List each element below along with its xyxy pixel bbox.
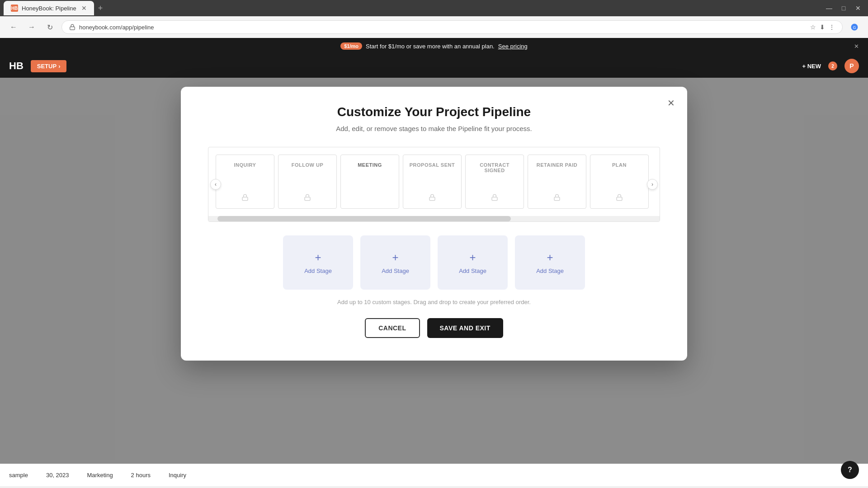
bottom-col1: sample [9, 472, 28, 479]
new-tab-button[interactable]: + [94, 2, 107, 14]
stage-lock-icon [304, 194, 311, 203]
svg-rect-6 [492, 197, 497, 200]
stage-name: PROPOSAL SENT [410, 162, 455, 168]
stage-name: RETAINER PAID [537, 162, 577, 168]
google-logo: G [850, 23, 859, 31]
stage-card-follow-up[interactable]: FOLLOW UP [278, 155, 337, 209]
window-controls: — □ ✕ [823, 2, 864, 14]
lock-icon [69, 24, 75, 30]
stages-track: INQUIRYFOLLOW UPMEETINGPROPOSAL SENTCONT… [208, 147, 660, 216]
add-stage-plus-icon: + [392, 251, 398, 264]
browser-actions: G [848, 21, 861, 33]
modal-subtitle: Add, edit, or remove stages to make the … [208, 125, 660, 132]
stage-name: CONTRACT SIGNED [470, 162, 519, 173]
tab-favicon: HB [11, 5, 18, 12]
stage-name: FOLLOW UP [292, 162, 324, 168]
address-input[interactable]: honeybook.com/app/pipeline ☆ ⬇ ⋮ [61, 20, 843, 34]
address-bar-row: ← → ↻ honeybook.com/app/pipeline ☆ ⬇ ⋮ G [0, 16, 868, 38]
add-stage-card-2[interactable]: +Add Stage [360, 235, 430, 290]
banner-badge: $1/mo [340, 42, 362, 50]
active-tab[interactable]: HB HoneyBook: Pipeline ✕ [4, 1, 94, 15]
bottom-col3: Marketing [87, 472, 113, 479]
maximize-button[interactable]: □ [837, 2, 850, 14]
main-content: ✕ Customize Your Project Pipeline Add, e… [0, 78, 868, 486]
stage-lock-icon [429, 194, 436, 203]
setup-label: SETUP [37, 63, 57, 70]
banner-link[interactable]: See pricing [498, 43, 528, 50]
minimize-button[interactable]: — [823, 2, 835, 14]
add-stage-label: Add Stage [459, 267, 486, 274]
stages-scrollbar[interactable] [208, 216, 660, 221]
modal-title: Customize Your Project Pipeline [208, 105, 660, 119]
notification-badge[interactable]: 2 [828, 61, 837, 70]
star-icon[interactable]: ☆ [810, 23, 816, 31]
setup-arrow-icon: › [58, 63, 60, 70]
stage-lock-icon [241, 194, 249, 203]
stage-name: PLAN [612, 162, 627, 168]
bottom-col5: Inquiry [169, 472, 186, 479]
stages-scroll-inner[interactable]: INQUIRYFOLLOW UPMEETINGPROPOSAL SENTCONT… [208, 147, 660, 216]
hint-text: Add up to 10 custom stages. Drag and dro… [208, 299, 660, 305]
top-banner: $1/mo Start for $1/mo or save more with … [0, 38, 868, 54]
stage-lock-icon [491, 194, 498, 203]
help-button[interactable]: ? [841, 461, 859, 479]
add-stage-card-1[interactable]: +Add Stage [283, 235, 353, 290]
avatar[interactable]: P [844, 59, 859, 73]
add-stage-card-3[interactable]: +Add Stage [438, 235, 508, 290]
new-button[interactable]: + NEW [802, 63, 821, 70]
stage-name: INQUIRY [234, 162, 256, 168]
address-icons: ☆ ⬇ ⋮ [810, 23, 835, 31]
app-header: HB SETUP › + NEW 2 P [0, 54, 868, 78]
stage-card-plan[interactable]: PLAN [590, 155, 649, 209]
stages-scrollbar-thumb [217, 216, 511, 221]
banner-text: Start for $1/mo or save more with an ann… [366, 43, 495, 50]
close-window-button[interactable]: ✕ [852, 2, 864, 14]
save-exit-button[interactable]: SAVE AND EXIT [427, 318, 503, 338]
add-stage-label: Add Stage [304, 267, 332, 274]
add-stage-card-4[interactable]: +Add Stage [515, 235, 585, 290]
stage-card-proposal-sent[interactable]: PROPOSAL SENT [403, 155, 462, 209]
hb-logo: HB [9, 60, 24, 72]
bottom-col2: 30, 2023 [46, 472, 69, 479]
stage-lock-icon [553, 194, 561, 203]
add-stage-label: Add Stage [382, 267, 409, 274]
svg-text:G: G [853, 25, 856, 30]
stage-lock-icon [616, 194, 623, 203]
browser-chrome: HB HoneyBook: Pipeline ✕ + — □ ✕ ← → ↻ h… [0, 0, 868, 38]
stage-card-meeting[interactable]: MEETING [340, 155, 399, 209]
stages-scroll-container: INQUIRYFOLLOW UPMEETINGPROPOSAL SENTCONT… [208, 147, 660, 222]
svg-rect-4 [305, 197, 310, 200]
banner-close-icon[interactable]: ✕ [854, 43, 859, 50]
modal-overlay: ✕ Customize Your Project Pipeline Add, e… [0, 78, 868, 486]
scroll-right-button[interactable]: › [647, 179, 658, 190]
pipeline-modal: ✕ Customize Your Project Pipeline Add, e… [181, 87, 687, 361]
add-stage-label: Add Stage [536, 267, 564, 274]
svg-rect-0 [70, 27, 75, 29]
stage-card-retainer-paid[interactable]: RETAINER PAID [528, 155, 586, 209]
back-button[interactable]: ← [7, 21, 20, 33]
svg-rect-5 [429, 197, 435, 200]
add-stages-grid: +Add Stage+Add Stage+Add Stage+Add Stage [208, 235, 660, 290]
refresh-button[interactable]: ↻ [43, 21, 56, 33]
forward-button[interactable]: → [25, 21, 38, 33]
stage-card-inquiry[interactable]: INQUIRY [216, 155, 274, 209]
bottom-col4: 2 hours [131, 472, 151, 479]
header-right: + NEW 2 P [802, 59, 859, 73]
download-icon[interactable]: ⬇ [820, 23, 825, 31]
modal-close-button[interactable]: ✕ [664, 96, 678, 110]
modal-body: Customize Your Project Pipeline Add, edi… [181, 87, 687, 361]
menu-icon[interactable]: ⋮ [829, 23, 835, 31]
modal-footer: CANCEL SAVE AND EXIT [208, 318, 660, 343]
google-icon[interactable]: G [848, 21, 861, 33]
setup-button[interactable]: SETUP › [31, 60, 67, 72]
page-background: $1/mo Start for $1/mo or save more with … [0, 38, 868, 488]
tab-close-icon[interactable]: ✕ [81, 5, 87, 12]
address-text: honeybook.com/app/pipeline [79, 24, 807, 31]
tab-title: HoneyBook: Pipeline [22, 5, 76, 12]
stage-card-contract-signed[interactable]: CONTRACT SIGNED [465, 155, 524, 209]
svg-rect-7 [554, 197, 560, 200]
bottom-table-row: sample 30, 2023 Marketing 2 hours Inquir… [0, 464, 868, 486]
cancel-button[interactable]: CANCEL [365, 318, 420, 338]
add-stage-plus-icon: + [315, 251, 321, 264]
scroll-left-button[interactable]: ‹ [210, 179, 221, 190]
